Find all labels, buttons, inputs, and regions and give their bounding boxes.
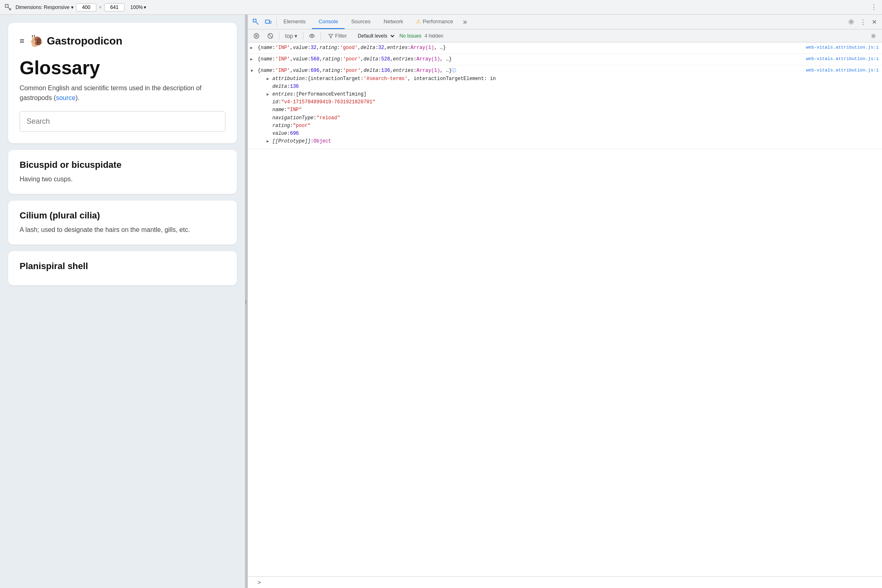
- child-delta: ▶ delta: 136: [266, 83, 879, 91]
- devtools-icon-group: [248, 17, 277, 27]
- glossary-title: Glossary: [20, 58, 225, 78]
- console-prompt-icon: >: [258, 579, 261, 586]
- main-area: ≡ 🐌 Gastropodicon Glossary Common Englis…: [0, 15, 882, 588]
- clear-icon: [254, 33, 259, 39]
- zoom-chevron-icon: ▾: [144, 4, 146, 10]
- toggle-icon-3[interactable]: ▶: [248, 70, 255, 72]
- source-link[interactable]: source: [56, 94, 76, 101]
- dimension-x-separator: ×: [99, 4, 102, 10]
- chevron-down-icon: ▾: [71, 4, 74, 10]
- source-link-3[interactable]: web-vitals.attribution.js:1: [806, 67, 879, 74]
- clear-console-btn[interactable]: [251, 32, 262, 40]
- settings-btn[interactable]: [846, 17, 857, 27]
- devtools-toolbar: top ▾ Filter Default levels No Issues: [248, 29, 882, 42]
- page-content: ≡ 🐌 Gastropodicon Glossary Common Englis…: [8, 23, 245, 580]
- hamburger-icon[interactable]: ≡: [20, 36, 24, 46]
- warning-icon: ⚠: [416, 18, 421, 24]
- toolbar-separator-1: [279, 32, 279, 40]
- tab-performance[interactable]: ⚠ Performance: [410, 15, 459, 29]
- top-bar: Dimensions: Responsive ▾ × 100% ▾ ⋮: [0, 0, 882, 15]
- eye-btn[interactable]: [307, 33, 317, 39]
- dimensions-text: Dimensions: Responsive: [16, 4, 69, 10]
- term-card-planispiral: Planispiral shell: [8, 251, 237, 285]
- filter-btn[interactable]: Filter: [324, 31, 351, 40]
- toggle-icon-1[interactable]: ▶: [250, 45, 253, 51]
- hidden-count-badge: 4 hidden: [425, 33, 443, 39]
- glossary-desc-end: ).: [76, 94, 80, 101]
- svg-rect-3: [270, 21, 271, 23]
- console-entry-1: ▶ web-vitals.attribution.js:1 {name: 'IN…: [248, 42, 882, 54]
- source-link-1[interactable]: web-vitals.attribution.js:1: [806, 44, 879, 51]
- term-def-bicuspid: Having two cusps.: [20, 174, 225, 184]
- tab-network[interactable]: Network: [377, 15, 410, 29]
- console-input[interactable]: [263, 579, 879, 586]
- console-output[interactable]: ▶ web-vitals.attribution.js:1 {name: 'IN…: [248, 42, 882, 576]
- glossary-header-card: ≡ 🐌 Gastropodicon Glossary Common Englis…: [8, 23, 237, 143]
- block-icon: [267, 33, 273, 39]
- child-toggle-attribution[interactable]: ▶: [267, 76, 271, 82]
- filter-icon: [328, 33, 333, 38]
- glossary-description: Common English and scientific terms used…: [20, 83, 225, 103]
- devtools-top-right: ⋮ ✕: [843, 17, 882, 27]
- child-toggle-entries[interactable]: ▶: [267, 91, 271, 98]
- console-line-3: {name: 'INP', value: 696, rating: 'poor'…: [258, 67, 879, 75]
- element-picker-icon: [253, 19, 259, 25]
- width-input[interactable]: [76, 3, 96, 11]
- responsive-icon: [265, 19, 272, 25]
- toolbar-separator-3: [321, 32, 321, 40]
- devtools-panel: Elements Console Sources Network ⚠ Perfo…: [247, 15, 882, 588]
- console-line-1: {name: 'INP', value: 32, rating: 'good',…: [258, 44, 879, 52]
- console-settings-btn[interactable]: [868, 32, 879, 40]
- eye-icon: [309, 34, 315, 38]
- console-gear-icon: [871, 33, 876, 39]
- glossary-desc-text: Common English and scientific terms used…: [20, 85, 202, 101]
- tab-console[interactable]: Console: [312, 15, 345, 29]
- log-levels-select[interactable]: Default levels: [354, 31, 396, 40]
- child-entries: ▶ entries: [PerformanceEventTiming]: [266, 91, 879, 98]
- svg-line-7: [269, 34, 272, 38]
- site-title: Gastropodicon: [47, 35, 122, 47]
- toolbar-separator-2: [303, 32, 303, 40]
- zoom-label: 100% ▾: [130, 4, 146, 10]
- top-chevron-icon: ▾: [294, 33, 297, 39]
- more-options-devtools-btn[interactable]: ⋮: [858, 17, 869, 27]
- svg-point-8: [312, 35, 313, 36]
- child-navigation-type: ▶ navigationType: "reload": [266, 114, 879, 122]
- child-rating: ▶ rating: "poor": [266, 122, 879, 130]
- inspect-icon-btn[interactable]: [3, 2, 13, 12]
- more-tabs-btn[interactable]: »: [460, 15, 470, 29]
- svg-rect-1: [253, 19, 256, 22]
- top-bar-actions: ⋮: [869, 2, 879, 13]
- toggle-icon-2[interactable]: ▶: [250, 56, 253, 63]
- top-bar-left: Dimensions: Responsive ▾ × 100% ▾: [3, 2, 866, 12]
- tab-sources[interactable]: Sources: [345, 15, 377, 29]
- svg-point-9: [873, 35, 874, 36]
- console-line-2: {name: 'INP', value: 560, rating: 'poor'…: [258, 56, 879, 63]
- tab-elements[interactable]: Elements: [277, 15, 312, 29]
- browser-preview: ≡ 🐌 Gastropodicon Glossary Common Englis…: [0, 15, 245, 588]
- snail-icon: 🐌: [29, 34, 44, 48]
- child-toggle-prototype[interactable]: ▶: [267, 138, 271, 145]
- child-attribution: ▶ attribution: {interactionTarget: '#sea…: [266, 75, 879, 83]
- filter-label: Filter: [335, 33, 347, 39]
- element-picker-btn[interactable]: [250, 17, 262, 27]
- responsive-mode-btn[interactable]: [263, 17, 274, 27]
- search-input-wrap: [20, 111, 225, 132]
- info-icon[interactable]: ⓘ: [452, 67, 456, 75]
- more-options-btn[interactable]: ⋮: [869, 2, 879, 13]
- child-prototype: ▶ [[Prototype]]: Object: [266, 138, 879, 145]
- console-input-area: >: [248, 576, 882, 588]
- search-input[interactable]: [20, 111, 225, 131]
- child-name: ▶ name: "INP": [266, 106, 879, 114]
- term-title-planispiral: Planispiral shell: [20, 261, 225, 272]
- zoom-value: 100%: [130, 4, 143, 10]
- child-id: ▶ id: "v4-1715704899419-7631921820701": [266, 98, 879, 106]
- height-input[interactable]: [104, 3, 125, 11]
- block-btn[interactable]: [265, 32, 276, 40]
- close-devtools-btn[interactable]: ✕: [869, 17, 880, 27]
- top-context-btn[interactable]: top ▾: [283, 31, 300, 40]
- top-context-label: top: [285, 33, 293, 39]
- source-link-2[interactable]: web-vitals.attribution.js:1: [806, 56, 879, 63]
- devtools-topnav: Elements Console Sources Network ⚠ Perfo…: [248, 15, 882, 29]
- site-logo: 🐌 Gastropodicon: [29, 34, 122, 48]
